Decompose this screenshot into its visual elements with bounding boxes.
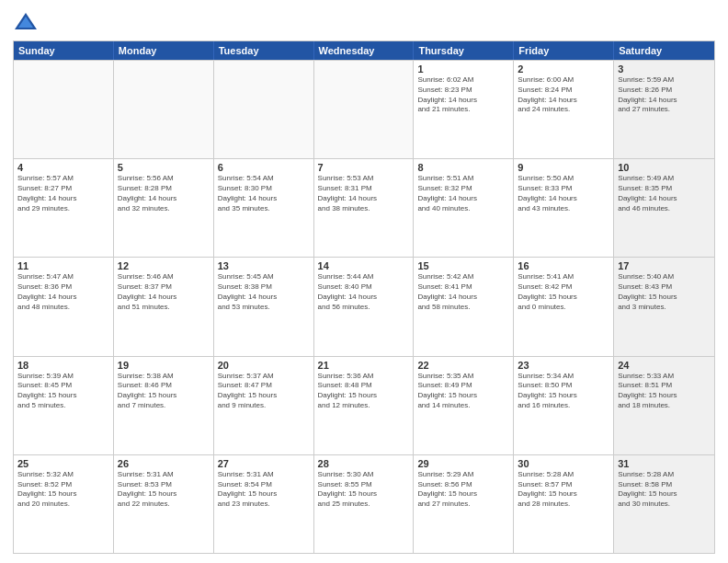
- calendar-header: SundayMondayTuesdayWednesdayThursdayFrid…: [14, 41, 714, 60]
- day-number: 24: [618, 360, 711, 371]
- cal-cell-day-28: 28Sunrise: 5:30 AM Sunset: 8:55 PM Dayli…: [314, 455, 415, 553]
- cal-cell-day-27: 27Sunrise: 5:31 AM Sunset: 8:54 PM Dayli…: [214, 455, 314, 553]
- day-info: Sunrise: 5:49 AM Sunset: 8:35 PM Dayligh…: [618, 174, 711, 213]
- day-info: Sunrise: 5:40 AM Sunset: 8:43 PM Dayligh…: [618, 272, 711, 312]
- cal-week-1: 1Sunrise: 6:02 AM Sunset: 8:23 PM Daylig…: [14, 60, 714, 158]
- day-number: 31: [618, 458, 711, 469]
- day-info: Sunrise: 5:45 AM Sunset: 8:38 PM Dayligh…: [218, 272, 310, 312]
- header: [13, 9, 715, 35]
- cal-cell-day-16: 16Sunrise: 5:41 AM Sunset: 8:42 PM Dayli…: [514, 258, 614, 355]
- cal-cell-day-2: 2Sunrise: 6:00 AM Sunset: 8:24 PM Daylig…: [514, 61, 614, 158]
- day-number: 25: [17, 458, 109, 469]
- day-number: 27: [218, 458, 310, 469]
- day-info: Sunrise: 5:42 AM Sunset: 8:41 PM Dayligh…: [417, 272, 509, 312]
- day-number: 3: [618, 63, 711, 75]
- cal-week-5: 25Sunrise: 5:32 AM Sunset: 8:52 PM Dayli…: [14, 454, 714, 553]
- cal-cell-empty: [314, 61, 415, 158]
- cal-cell-day-20: 20Sunrise: 5:37 AM Sunset: 8:47 PM Dayli…: [214, 357, 314, 454]
- day-number: 20: [218, 360, 310, 371]
- day-info: Sunrise: 5:47 AM Sunset: 8:36 PM Dayligh…: [17, 272, 109, 312]
- day-info: Sunrise: 5:59 AM Sunset: 8:26 PM Dayligh…: [618, 75, 711, 115]
- cal-cell-day-23: 23Sunrise: 5:34 AM Sunset: 8:50 PM Dayli…: [514, 357, 614, 454]
- cal-cell-day-6: 6Sunrise: 5:54 AM Sunset: 8:30 PM Daylig…: [214, 159, 314, 257]
- day-number: 22: [417, 360, 509, 371]
- day-number: 19: [118, 360, 210, 371]
- day-info: Sunrise: 5:56 AM Sunset: 8:28 PM Dayligh…: [118, 174, 210, 213]
- day-info: Sunrise: 5:38 AM Sunset: 8:46 PM Dayligh…: [118, 372, 210, 411]
- cal-cell-day-21: 21Sunrise: 5:36 AM Sunset: 8:48 PM Dayli…: [314, 357, 415, 454]
- cal-header-monday: Monday: [114, 41, 214, 60]
- calendar-body: 1Sunrise: 6:02 AM Sunset: 8:23 PM Daylig…: [14, 60, 714, 553]
- day-info: Sunrise: 5:33 AM Sunset: 8:51 PM Dayligh…: [618, 372, 711, 411]
- cal-week-2: 4Sunrise: 5:57 AM Sunset: 8:27 PM Daylig…: [14, 158, 714, 257]
- day-info: Sunrise: 5:30 AM Sunset: 8:55 PM Dayligh…: [318, 470, 410, 510]
- cal-cell-day-8: 8Sunrise: 5:51 AM Sunset: 8:32 PM Daylig…: [414, 159, 514, 257]
- day-number: 26: [118, 458, 210, 469]
- calendar: SundayMondayTuesdayWednesdayThursdayFrid…: [13, 40, 715, 554]
- day-number: 16: [518, 260, 609, 271]
- cal-cell-day-14: 14Sunrise: 5:44 AM Sunset: 8:40 PM Dayli…: [314, 258, 415, 355]
- cal-week-3: 11Sunrise: 5:47 AM Sunset: 8:36 PM Dayli…: [14, 257, 714, 355]
- cal-header-sunday: Sunday: [14, 41, 114, 60]
- day-info: Sunrise: 5:44 AM Sunset: 8:40 PM Dayligh…: [318, 272, 410, 312]
- day-number: 9: [518, 162, 609, 173]
- cal-cell-day-18: 18Sunrise: 5:39 AM Sunset: 8:45 PM Dayli…: [14, 357, 114, 454]
- cal-cell-day-26: 26Sunrise: 5:31 AM Sunset: 8:53 PM Dayli…: [114, 455, 214, 553]
- day-number: 10: [618, 162, 711, 173]
- cal-cell-day-11: 11Sunrise: 5:47 AM Sunset: 8:36 PM Dayli…: [14, 258, 114, 355]
- day-number: 8: [417, 162, 509, 173]
- day-info: Sunrise: 5:28 AM Sunset: 8:57 PM Dayligh…: [518, 470, 609, 510]
- day-info: Sunrise: 6:00 AM Sunset: 8:24 PM Dayligh…: [518, 75, 609, 115]
- day-info: Sunrise: 5:31 AM Sunset: 8:53 PM Dayligh…: [118, 470, 210, 510]
- day-number: 14: [318, 260, 410, 271]
- cal-cell-empty: [114, 61, 214, 158]
- day-info: Sunrise: 5:57 AM Sunset: 8:27 PM Dayligh…: [17, 174, 109, 213]
- day-number: 15: [417, 260, 509, 271]
- cal-header-tuesday: Tuesday: [214, 41, 314, 60]
- cal-cell-day-15: 15Sunrise: 5:42 AM Sunset: 8:41 PM Dayli…: [414, 258, 514, 355]
- day-number: 12: [118, 260, 210, 271]
- cal-cell-day-5: 5Sunrise: 5:56 AM Sunset: 8:28 PM Daylig…: [114, 159, 214, 257]
- cal-cell-day-22: 22Sunrise: 5:35 AM Sunset: 8:49 PM Dayli…: [414, 357, 514, 454]
- cal-cell-day-19: 19Sunrise: 5:38 AM Sunset: 8:46 PM Dayli…: [114, 357, 214, 454]
- day-info: Sunrise: 5:35 AM Sunset: 8:49 PM Dayligh…: [417, 372, 509, 411]
- cal-cell-day-10: 10Sunrise: 5:49 AM Sunset: 8:35 PM Dayli…: [614, 159, 714, 257]
- day-number: 30: [518, 458, 609, 469]
- day-info: Sunrise: 5:53 AM Sunset: 8:31 PM Dayligh…: [318, 174, 410, 213]
- day-number: 2: [518, 63, 609, 75]
- day-info: Sunrise: 5:37 AM Sunset: 8:47 PM Dayligh…: [218, 372, 310, 411]
- day-number: 28: [318, 458, 410, 469]
- logo: [13, 9, 42, 35]
- cal-cell-day-13: 13Sunrise: 5:45 AM Sunset: 8:38 PM Dayli…: [214, 258, 314, 355]
- day-info: Sunrise: 5:29 AM Sunset: 8:56 PM Dayligh…: [417, 470, 509, 510]
- day-number: 4: [17, 162, 109, 173]
- cal-cell-day-9: 9Sunrise: 5:50 AM Sunset: 8:33 PM Daylig…: [514, 159, 614, 257]
- cal-cell-day-17: 17Sunrise: 5:40 AM Sunset: 8:43 PM Dayli…: [614, 258, 714, 355]
- cal-cell-day-4: 4Sunrise: 5:57 AM Sunset: 8:27 PM Daylig…: [14, 159, 114, 257]
- day-number: 17: [618, 260, 711, 271]
- day-number: 1: [417, 63, 509, 75]
- day-info: Sunrise: 5:36 AM Sunset: 8:48 PM Dayligh…: [318, 372, 410, 411]
- cal-week-4: 18Sunrise: 5:39 AM Sunset: 8:45 PM Dayli…: [14, 356, 714, 454]
- logo-icon: [13, 9, 39, 35]
- day-info: Sunrise: 5:39 AM Sunset: 8:45 PM Dayligh…: [17, 372, 109, 411]
- cal-cell-day-29: 29Sunrise: 5:29 AM Sunset: 8:56 PM Dayli…: [414, 455, 514, 553]
- day-info: Sunrise: 5:32 AM Sunset: 8:52 PM Dayligh…: [17, 470, 109, 510]
- day-number: 7: [318, 162, 410, 173]
- cal-header-thursday: Thursday: [414, 41, 514, 60]
- cal-cell-day-30: 30Sunrise: 5:28 AM Sunset: 8:57 PM Dayli…: [514, 455, 614, 553]
- cal-header-wednesday: Wednesday: [314, 41, 415, 60]
- cal-cell-day-7: 7Sunrise: 5:53 AM Sunset: 8:31 PM Daylig…: [314, 159, 415, 257]
- day-info: Sunrise: 5:41 AM Sunset: 8:42 PM Dayligh…: [518, 272, 609, 312]
- day-info: Sunrise: 5:31 AM Sunset: 8:54 PM Dayligh…: [218, 470, 310, 510]
- cal-cell-day-3: 3Sunrise: 5:59 AM Sunset: 8:26 PM Daylig…: [614, 61, 714, 158]
- cal-header-friday: Friday: [514, 41, 614, 60]
- day-info: Sunrise: 5:34 AM Sunset: 8:50 PM Dayligh…: [518, 372, 609, 411]
- day-info: Sunrise: 5:46 AM Sunset: 8:37 PM Dayligh…: [118, 272, 210, 312]
- cal-header-saturday: Saturday: [614, 41, 714, 60]
- day-number: 13: [218, 260, 310, 271]
- page: SundayMondayTuesdayWednesdayThursdayFrid…: [0, 0, 728, 563]
- day-info: Sunrise: 5:51 AM Sunset: 8:32 PM Dayligh…: [417, 174, 509, 213]
- cal-cell-day-1: 1Sunrise: 6:02 AM Sunset: 8:23 PM Daylig…: [414, 61, 514, 158]
- cal-cell-day-24: 24Sunrise: 5:33 AM Sunset: 8:51 PM Dayli…: [614, 357, 714, 454]
